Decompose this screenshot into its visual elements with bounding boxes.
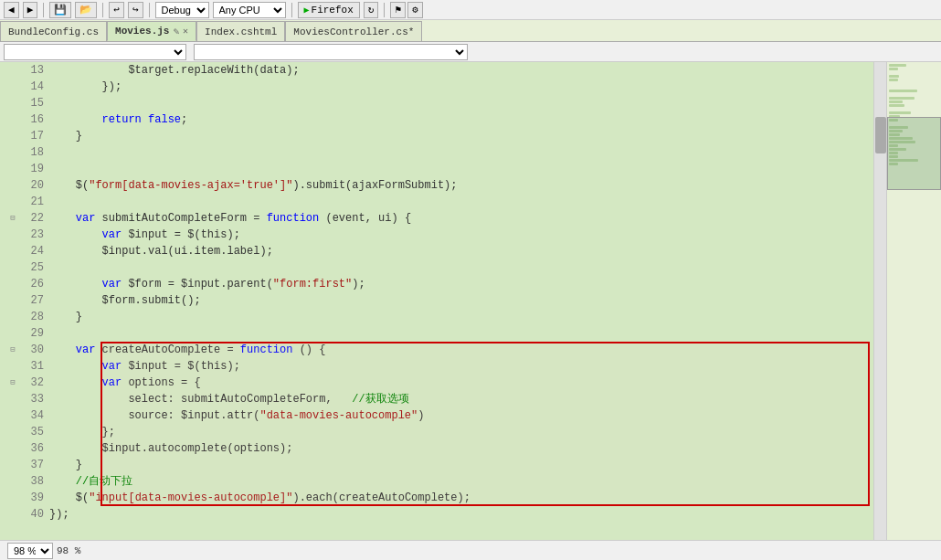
minimap-line bbox=[889, 97, 915, 100]
save-btn[interactable]: 💾 bbox=[49, 2, 71, 18]
code-segment: var bbox=[102, 375, 122, 391]
scope-dropdown[interactable] bbox=[4, 44, 186, 60]
line-num-text-37: 37 bbox=[18, 457, 44, 473]
code-line-29 bbox=[46, 325, 873, 342]
line-number-14: 14 bbox=[0, 79, 46, 95]
tab-movies-close[interactable]: ✕ bbox=[183, 26, 188, 37]
line-number-17: 17 bbox=[0, 128, 46, 144]
sep2 bbox=[102, 3, 103, 17]
fold-indicator-22[interactable]: ⊟ bbox=[7, 210, 18, 227]
code-line-25 bbox=[46, 259, 873, 276]
code-segment bbox=[142, 111, 148, 128]
minimap-line bbox=[889, 108, 898, 111]
code-segment bbox=[49, 375, 102, 391]
back-btn[interactable]: ◀ bbox=[4, 2, 19, 18]
line-number-32: ⊟32 bbox=[0, 375, 46, 391]
minimap-line bbox=[889, 79, 898, 81]
line-num-text-28: 28 bbox=[18, 309, 44, 325]
code-line-19 bbox=[46, 161, 873, 177]
member-dropdown[interactable] bbox=[194, 44, 468, 60]
sep1 bbox=[43, 3, 44, 17]
line-number-36: 36 bbox=[0, 440, 46, 457]
minimap-line bbox=[889, 90, 917, 92]
configuration-dropdown[interactable]: Debug bbox=[155, 2, 209, 18]
scrollbar-track[interactable] bbox=[873, 62, 886, 540]
tab-index-label: Index.cshtml bbox=[205, 26, 277, 37]
code-segment: function bbox=[267, 210, 320, 227]
tab-movies[interactable]: Movies.js ✎ ✕ bbox=[107, 21, 196, 41]
play-icon: ▶ bbox=[304, 5, 310, 16]
minimap-line bbox=[889, 93, 898, 96]
line-number-27: 27 bbox=[0, 292, 46, 309]
line-number-29: 29 bbox=[0, 325, 46, 342]
line-num-text-39: 39 bbox=[18, 490, 44, 506]
line-number-26: 26 bbox=[0, 276, 46, 292]
line-number-13: 13 bbox=[0, 62, 46, 79]
second-toolbar bbox=[0, 42, 941, 62]
code-line-39: $("input[data-movies-autocomple]").each(… bbox=[46, 490, 873, 506]
forward-btn[interactable]: ▶ bbox=[23, 2, 38, 18]
bookmark-btn[interactable]: ⚑ bbox=[390, 2, 406, 18]
code-line-36: $input.autocomplete(options); bbox=[46, 440, 873, 457]
code-segment: var bbox=[102, 276, 122, 292]
code-segment: ) bbox=[418, 407, 424, 424]
settings-btn[interactable]: ⚙ bbox=[407, 2, 423, 18]
tab-bundleconfig[interactable]: BundleConfig.cs bbox=[0, 21, 107, 41]
tab-bundleconfig-label: BundleConfig.cs bbox=[8, 26, 99, 37]
start-btn[interactable]: ▶ Firefox bbox=[298, 2, 360, 18]
line-num-text-21: 21 bbox=[18, 194, 44, 210]
code-segment: $( bbox=[49, 177, 89, 194]
code-segment: } bbox=[49, 128, 82, 144]
tab-controller-label: MoviesController.cs* bbox=[293, 26, 414, 37]
code-segment: $( bbox=[49, 490, 89, 506]
code-segment: var bbox=[102, 358, 122, 375]
sep4 bbox=[291, 3, 292, 17]
code-segment bbox=[49, 276, 102, 292]
code-segment: ; bbox=[181, 111, 187, 128]
minimap-line bbox=[889, 75, 899, 78]
code-line-27: $form.submit(); bbox=[46, 292, 873, 309]
tab-index[interactable]: Index.cshtml bbox=[196, 21, 285, 41]
code-segment: ).each(createAutoComplete); bbox=[292, 490, 470, 506]
minimap-line bbox=[889, 86, 898, 89]
open-btn[interactable]: 📂 bbox=[75, 2, 97, 18]
line-num-text-20: 20 bbox=[18, 177, 44, 194]
undo-btn[interactable]: ↩ bbox=[109, 2, 124, 18]
code-segment: //获取选项 bbox=[352, 391, 408, 407]
platform-dropdown[interactable]: Any CPU bbox=[213, 2, 286, 18]
line-num-text-40: 40 bbox=[18, 506, 44, 523]
code-segment: var bbox=[102, 227, 122, 243]
line-num-text-24: 24 bbox=[18, 243, 44, 259]
fold-indicator-32[interactable]: ⊟ bbox=[7, 375, 18, 391]
tab-movies-label: Movies.js bbox=[115, 26, 169, 37]
code-line-13: $target.replaceWith(data); bbox=[46, 62, 873, 79]
code-segment: $input = $(this); bbox=[122, 358, 240, 375]
line-number-25: 25 bbox=[0, 259, 46, 276]
line-num-text-33: 33 bbox=[18, 391, 44, 407]
scrollbar-thumb[interactable] bbox=[875, 117, 886, 153]
line-number-20: 20 bbox=[0, 177, 46, 194]
code-segment: "form[data-movies-ajax='true']" bbox=[89, 177, 292, 194]
code-segment: createAutoComplete = bbox=[95, 342, 239, 358]
line-num-text-13: 13 bbox=[18, 62, 44, 79]
fold-indicator-30[interactable]: ⊟ bbox=[7, 342, 18, 358]
code-line-14: }); bbox=[46, 79, 873, 95]
minimap-line bbox=[889, 64, 906, 67]
line-numbers: 131415161718192021⊟2223242526272829⊟3031… bbox=[0, 62, 46, 540]
line-num-text-26: 26 bbox=[18, 276, 44, 292]
code-area[interactable]: $target.replaceWith(data); }); return fa… bbox=[46, 62, 873, 540]
tabs-row: BundleConfig.cs Movies.js ✎ ✕ Index.csht… bbox=[0, 20, 941, 42]
tab-controller[interactable]: MoviesController.cs* bbox=[285, 21, 422, 41]
refresh-btn[interactable]: ↻ bbox=[364, 2, 379, 18]
minimap-viewport[interactable] bbox=[887, 117, 941, 190]
redo-btn[interactable]: ↪ bbox=[128, 2, 143, 18]
line-num-text-22: 22 bbox=[18, 210, 44, 227]
code-segment: ); bbox=[352, 276, 365, 292]
line-num-text-35: 35 bbox=[18, 424, 44, 440]
line-num-text-14: 14 bbox=[18, 79, 44, 95]
tab-movies-modified: ✎ bbox=[173, 26, 179, 37]
line-number-31: 31 bbox=[0, 358, 46, 375]
code-segment bbox=[49, 227, 102, 243]
code-segment bbox=[49, 111, 102, 128]
line-number-38: 38 bbox=[0, 473, 46, 490]
